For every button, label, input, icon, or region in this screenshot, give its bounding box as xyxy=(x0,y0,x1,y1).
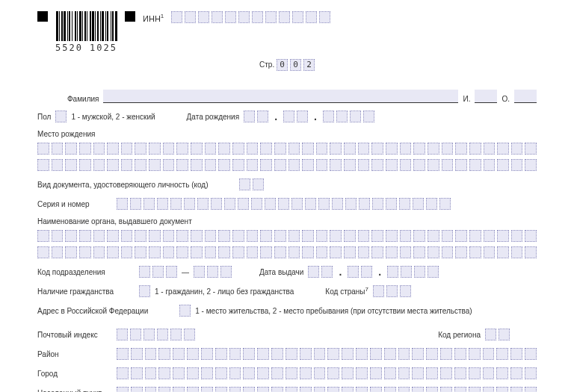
initial-i-field[interactable] xyxy=(475,90,497,103)
deptcode-issuedate-row: Код подразделения — Дата выдачи . . xyxy=(37,266,537,278)
address-rf-label: Адрес в Российской Федерации xyxy=(37,307,148,315)
page-cells: 0 0 2 xyxy=(277,59,315,71)
issuer-label-row: Наименование органа, выдавшего документ xyxy=(37,217,537,225)
country-cells[interactable] xyxy=(373,285,411,297)
deptcode-label: Код подразделения xyxy=(37,268,135,276)
inn-label: ИНН1 xyxy=(143,13,164,23)
citizenship-cell[interactable] xyxy=(139,285,150,297)
sex-cell[interactable] xyxy=(55,111,67,122)
city-label: Город xyxy=(37,370,112,378)
birthplace-label-row: Место рождения xyxy=(37,130,537,138)
issuer-line1[interactable] xyxy=(37,230,537,242)
address-rf-hint: 1 - место жительства, 2 - место пребыван… xyxy=(195,307,472,315)
citizenship-hint: 1 - гражданин, 2 - лицо без гражданства xyxy=(155,287,294,296)
page-label: Стр. xyxy=(259,60,274,69)
surname-label: Фамилия xyxy=(67,95,99,103)
region-cells[interactable] xyxy=(485,329,510,340)
district-row: Район xyxy=(37,348,537,360)
barcode-block: 5520 1025 xyxy=(55,11,117,53)
dot-sep: . xyxy=(273,111,279,122)
postcode-cells[interactable] xyxy=(117,329,195,340)
issuedate-day[interactable] xyxy=(308,266,333,278)
birthdate-label: Дата рождения xyxy=(187,113,240,121)
serial-row: Серия и номер xyxy=(37,198,537,210)
marker-box-left xyxy=(37,11,48,22)
city-cells[interactable] xyxy=(117,367,537,379)
address-rf-cell[interactable] xyxy=(179,305,191,317)
initial-o-field[interactable] xyxy=(514,90,537,103)
name-row: Фамилия И. О. xyxy=(67,90,537,103)
citizenship-row: Наличие гражданства 1 - гражданин, 2 - л… xyxy=(37,285,537,297)
page-number-row: Стр. 0 0 2 xyxy=(37,59,537,71)
issuedate-year[interactable] xyxy=(387,266,439,278)
barcode xyxy=(56,11,117,41)
serial-cells[interactable] xyxy=(117,198,451,210)
birthdate-day[interactable] xyxy=(244,111,268,122)
issuer-line2[interactable] xyxy=(37,246,537,258)
sex-label: Пол xyxy=(37,113,51,121)
initial-i-label: И. xyxy=(463,95,470,103)
deptcode-part2[interactable] xyxy=(194,266,232,278)
sex-birthdate-row: Пол 1 - мужской, 2 - женский Дата рожден… xyxy=(37,111,537,122)
address-rf-row: Адрес в Российской Федерации 1 - место ж… xyxy=(37,305,537,317)
header-row: 5520 1025 ИНН1 xyxy=(37,11,537,53)
birthplace-label: Место рождения xyxy=(37,130,95,138)
settlement-cells[interactable] xyxy=(117,387,537,392)
city-row: Город xyxy=(37,367,537,379)
issuedate-label: Дата выдачи xyxy=(259,268,303,276)
birthplace-line2[interactable] xyxy=(37,159,537,171)
doctype-row: Вид документа, удостоверяющего личность … xyxy=(37,178,537,190)
birthplace-line1[interactable] xyxy=(37,143,537,155)
birthdate-month[interactable] xyxy=(283,111,308,122)
district-label: Район xyxy=(37,350,112,358)
district-cells[interactable] xyxy=(117,348,537,360)
deptcode-sep: — xyxy=(182,268,189,276)
postcode-label: Почтовый индекс xyxy=(37,331,112,339)
marker-box-right xyxy=(125,11,135,22)
country-label: Код страны7 xyxy=(325,286,368,296)
settlement-row: Населенный пункт xyxy=(37,387,537,392)
birthdate-year[interactable] xyxy=(323,111,374,122)
settlement-label: Населенный пункт xyxy=(37,389,112,393)
inn-cells[interactable] xyxy=(171,11,330,23)
barcode-number: 5520 1025 xyxy=(55,43,117,53)
sex-hint: 1 - мужской, 2 - женский xyxy=(71,113,155,121)
serial-label: Серия и номер xyxy=(37,200,112,208)
surname-field[interactable] xyxy=(103,90,458,103)
citizenship-label: Наличие гражданства xyxy=(37,287,135,296)
deptcode-part1[interactable] xyxy=(139,266,177,278)
doctype-label: Вид документа, удостоверяющего личность … xyxy=(37,181,208,189)
postcode-region-row: Почтовый индекс Код региона xyxy=(37,329,537,340)
doctype-cells[interactable] xyxy=(239,178,264,190)
initial-o-label: О. xyxy=(502,95,510,103)
issuedate-month[interactable] xyxy=(348,266,372,278)
issuer-label: Наименование органа, выдавшего документ xyxy=(37,217,192,225)
dot-sep: . xyxy=(312,111,318,122)
region-label: Код региона xyxy=(438,331,481,339)
